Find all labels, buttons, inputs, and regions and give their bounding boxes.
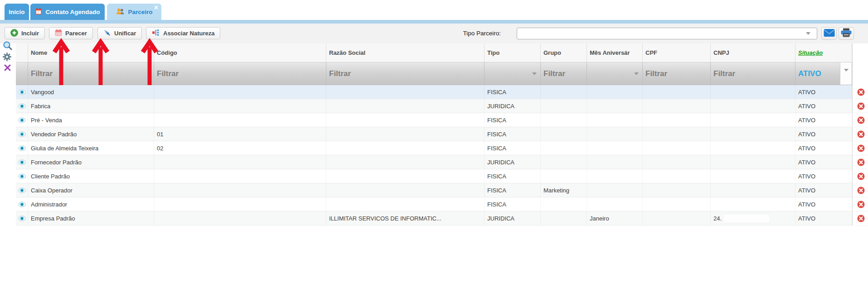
row-delete-button[interactable] [853,113,868,127]
row-delete-button[interactable] [853,183,868,197]
row-delete-button[interactable] [853,141,868,155]
filter-input-cnpj[interactable] [713,69,783,78]
row-view-cell[interactable] [16,99,28,113]
row-delete-button[interactable] [853,155,868,169]
delete-x-icon [857,173,865,180]
row-delete-button[interactable] [853,169,868,183]
tab-parceiro[interactable]: Parceiro × [107,4,161,20]
delete-x-icon [857,215,865,222]
eye-icon [18,216,26,221]
table-row[interactable]: Pré - VendaFISICAATIVO [16,113,852,127]
close-icon[interactable]: × [154,4,158,11]
envelope-icon [824,29,835,39]
cell-razao_social [326,99,485,113]
filter-cell-grupo[interactable] [541,62,587,85]
filter-dropdown-situacao[interactable] [840,62,852,85]
cell-mes_aniversario: Janeiro [587,211,643,225]
header-cell-tipo[interactable]: Tipo [485,43,541,62]
table-row[interactable]: Fornecedor PadrãoJURIDICAATIVO [16,155,852,169]
table-row[interactable]: AdministradorFISICAATIVO [16,197,852,211]
filter-cell-razao_social[interactable] [326,62,485,85]
clear-filter-button[interactable] [4,64,11,73]
unificar-button[interactable]: Unificar [97,27,142,39]
eye-icon [18,89,26,95]
print-button[interactable] [839,27,854,40]
cell-codigo [154,169,326,183]
tab-contato-agendado[interactable]: Contato Agendado [30,4,105,20]
tipo-parceiro-select[interactable] [517,28,817,39]
cell-codigo [154,85,326,99]
header-cell-grupo[interactable]: Grupo [541,43,587,62]
row-delete-button[interactable] [853,197,868,211]
filter-cell-cpf[interactable] [643,62,711,85]
table-row[interactable]: Vendedor Padrão01FISICAATIVO [16,127,852,141]
row-view-cell[interactable] [16,197,28,211]
header-cell-situacao[interactable]: Situação [795,43,852,62]
filter-cell-mes_aniversario[interactable] [587,62,643,85]
cell-nome: Caixa Operador [28,183,154,197]
row-view-cell[interactable] [16,183,28,197]
cell-grupo: Marketing [541,183,587,197]
table-row[interactable]: Cliente PadrãoFISICAATIVO [16,169,852,183]
email-button[interactable] [821,27,837,40]
cell-situacao: ATIVO [795,197,852,211]
filter-cell-nome[interactable] [28,62,154,85]
cell-razao_social [326,183,485,197]
filter-cell-cnpj[interactable] [711,62,795,85]
filter-input-razao_social[interactable] [329,69,461,78]
table-row[interactable]: VangoodFISICAATIVO [16,85,852,99]
row-delete-button[interactable] [853,99,868,113]
header-cell-mes_aniversario[interactable]: Mês Aniversár [587,43,643,62]
header-cell-razao_social[interactable]: Razão Social [326,43,485,62]
button-label: Associar Natureza [163,30,214,37]
eye-icon [18,159,26,165]
row-view-cell[interactable] [16,113,28,127]
tab-label: Início [9,9,24,15]
filter-cell-codigo[interactable] [154,62,326,85]
table-row[interactable]: Caixa OperadorFISICAMarketingATIVO [16,183,852,197]
row-view-cell[interactable] [16,85,28,99]
cell-codigo [154,197,326,211]
search-button[interactable] [3,41,12,52]
row-view-cell[interactable] [16,155,28,169]
table-row[interactable]: Giulia de Almeida Teixeira02FISICAATIVO [16,141,852,155]
settings-button[interactable] [2,52,12,63]
cell-codigo [154,113,326,127]
header-cell-nome[interactable]: Nome [28,43,154,62]
filter-cell-tipo[interactable] [485,62,541,85]
table-row[interactable]: FabricaJURIDICAATIVO [16,99,852,113]
cell-cpf [643,141,711,155]
incluir-button[interactable]: Incluir [5,27,45,39]
filter-input-grupo[interactable] [543,69,580,78]
associar-natureza-button[interactable]: Associar Natureza [146,27,220,39]
row-delete-button[interactable] [853,85,868,99]
filter-input-cpf[interactable] [645,69,701,78]
row-view-cell[interactable] [16,127,28,141]
tab-inicio[interactable]: Início [5,4,29,20]
cell-situacao: ATIVO [795,155,852,169]
filter-input-nome[interactable] [31,69,135,78]
row-delete-button[interactable] [853,127,868,141]
row-delete-button[interactable] [853,211,868,225]
cell-mes_aniversario [587,99,643,113]
delete-x-icon [857,116,865,124]
cell-grupo [541,197,587,211]
parecer-button[interactable]: Parecer [49,27,93,39]
row-view-cell[interactable] [16,141,28,155]
printer-icon [840,28,852,39]
parecer-calendar-icon [55,29,62,38]
cell-grupo [541,99,587,113]
eye-icon [18,131,26,137]
table-row[interactable]: Empresa PadrãoILLIMITAR SERVICOS DE INFO… [16,211,852,225]
header-cell-cnpj[interactable]: CNPJ [711,43,795,62]
header-cell-codigo[interactable]: Código [154,43,326,62]
header-cell-cpf[interactable]: CPF [643,43,711,62]
cell-situacao: ATIVO [795,211,852,225]
eye-icon [18,201,26,207]
plus-circle-icon [10,29,18,38]
row-view-cell[interactable] [16,211,28,225]
filter-input-codigo[interactable] [157,69,301,78]
row-view-cell[interactable] [16,169,28,183]
filter-cell-situacao[interactable]: ATIVO [795,62,852,85]
delete-x-icon [857,144,865,152]
